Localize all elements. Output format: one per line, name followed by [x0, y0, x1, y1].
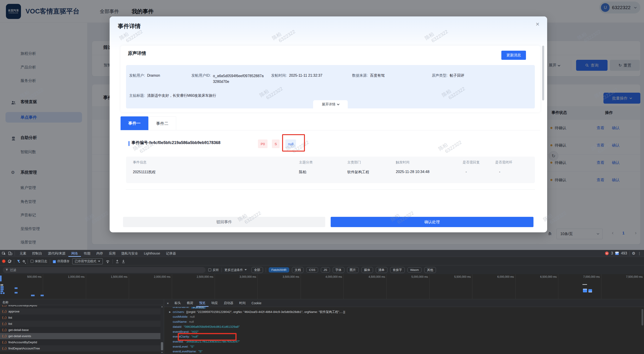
disclosure-triangle-icon[interactable]: ▶: [169, 309, 171, 314]
throttle-select[interactable]: 已停用节流模式: [72, 258, 103, 264]
devtools-tab-network[interactable]: 网络: [68, 250, 81, 257]
preview-tab-initiator[interactable]: 启动器: [221, 299, 236, 307]
request-row-selected[interactable]: {;}get-detail-events: [0, 333, 164, 339]
json-request-icon: {;}: [2, 328, 7, 332]
json-line[interactable]: custMobilenull: [169, 314, 644, 319]
network-conditions-icon[interactable]: [106, 260, 110, 263]
filter-chip-font[interactable]: 字体: [333, 267, 344, 273]
network-timeline[interactable]: 500,000 ms 1,000,000 ms 1,500,000 ms 2,0…: [0, 274, 644, 299]
request-row[interactable]: {;}findAccountByDeptId: [0, 339, 164, 345]
disable-cache-checkbox[interactable]: ✓停用缓存: [53, 259, 70, 263]
tick-label: 4,500,000 ms: [368, 275, 385, 278]
filter-chip-fetchxhr[interactable]: Fetch/XHR: [269, 267, 289, 273]
filter-funnel-icon[interactable]: [17, 260, 20, 263]
message-count-icon[interactable]: [615, 252, 619, 255]
json-request-icon: {;}: [2, 335, 7, 338]
filter-chip-img[interactable]: 图片: [347, 267, 359, 273]
json-line[interactable]: ▶ccUsers[{orgId: "2228959701591228042", …: [169, 309, 644, 314]
voice-detail-card: 原声详情 更新消息 发帖用户Dramon 发帖用户IDo_a6a5d0594f6…: [120, 46, 540, 112]
filter-chip-manifest[interactable]: 清单: [376, 267, 388, 273]
devtools-tab-sources[interactable]: 源代码/来源: [45, 250, 68, 257]
device-toolbar-icon[interactable]: [8, 251, 12, 255]
preview-tab-response[interactable]: 响应: [208, 299, 221, 307]
event-detail-modal: 事件详情 × 原声详情 更新消息 发帖用户Dramon 发帖用户IDo_a6a5…: [110, 17, 547, 232]
filter-chip-css[interactable]: CSS: [306, 267, 318, 273]
reject-button[interactable]: 驳回事件: [123, 217, 325, 227]
preserve-log-checkbox[interactable]: 保留日志: [30, 259, 47, 263]
divider: [14, 259, 14, 264]
preview-scrollbar-thumb[interactable]: [642, 309, 643, 325]
val-owner-dept: 软件架构工程: [347, 170, 369, 174]
devtools-tab-console[interactable]: 控制台: [29, 250, 45, 257]
export-har-icon[interactable]: [122, 260, 125, 263]
invert-checkbox[interactable]: 反转: [208, 268, 219, 272]
preview-tab-cookie[interactable]: Cookie: [248, 299, 264, 307]
json-line[interactable]: eventLevel"S": [169, 344, 644, 349]
field-data-source: 数据来源百度有驾: [352, 73, 384, 78]
import-har-icon[interactable]: [116, 260, 119, 263]
update-message-button[interactable]: 更新消息: [501, 51, 526, 60]
request-row[interactable]: {;}approve: [0, 308, 164, 314]
val-trigger-time: 2025-11-28 10:34:48: [396, 170, 429, 174]
confirm-button[interactable]: 确认处理: [331, 217, 534, 227]
json-line[interactable]: custNamenull: [169, 319, 644, 324]
clear-icon[interactable]: [8, 260, 11, 263]
val-need-reply: -: [466, 170, 467, 174]
filter-chip-wasm[interactable]: Wasm: [408, 267, 422, 273]
settings-gear-icon[interactable]: ⚙: [632, 251, 635, 256]
filter-chip-socket[interactable]: 套接字: [390, 267, 405, 273]
devtools-tab-performance[interactable]: 性能: [81, 250, 94, 257]
json-line[interactable]: eventId"344dcdc217f6123083c5178e7f053c47…: [169, 339, 644, 344]
devtools-tab-application[interactable]: 应用: [106, 250, 118, 257]
filter-chip-other[interactable]: 其他: [424, 267, 436, 273]
devtools-tab-lighthouse[interactable]: Lighthouse: [141, 250, 163, 257]
preview-tab-headers[interactable]: 标头: [172, 299, 184, 307]
divider: [28, 259, 28, 264]
filter-input[interactable]: 过滤: [3, 267, 206, 273]
tick-label: 1,000,000 ms: [68, 275, 84, 278]
more-menu-icon[interactable]: ⋮: [638, 251, 641, 256]
search-icon[interactable]: [23, 260, 25, 262]
json-line[interactable]: eventLevelName"S": [169, 349, 644, 354]
voice-heading: 原声详情: [128, 50, 146, 56]
timeline-handle[interactable]: [0, 275, 2, 281]
error-count-icon[interactable]: ✕: [605, 252, 609, 255]
filter-chip-doc[interactable]: 文档: [292, 267, 304, 273]
tab-event-one[interactable]: 事件一: [120, 116, 148, 130]
checkbox-checked-icon: ✓: [53, 260, 56, 263]
filter-placeholder: 过滤: [10, 268, 16, 272]
filter-chip-all[interactable]: 全部: [251, 267, 263, 273]
devtools-tab-memory[interactable]: 内存: [94, 250, 106, 257]
filter-chip-media[interactable]: 媒体: [362, 267, 373, 273]
filter-chip-js[interactable]: JS: [321, 267, 330, 273]
request-row[interactable]: {;}list: [0, 314, 164, 321]
annotation-null-badge: [282, 134, 305, 151]
close-icon[interactable]: ×: [536, 21, 540, 27]
preview-tab-timing[interactable]: 时间: [236, 299, 248, 307]
close-icon[interactable]: ×: [164, 299, 172, 307]
devtools-tab-privacy[interactable]: 隐私与安全: [118, 250, 141, 257]
request-row[interactable]: {;}list: [0, 321, 164, 327]
record-icon[interactable]: [2, 260, 5, 263]
json-line[interactable]: eventBrand"A02": [169, 329, 644, 334]
val-need-close: -: [499, 170, 500, 174]
request-row[interactable]: {;}get-detail-base: [0, 327, 164, 333]
more-filters-dropdown[interactable]: 更多过滤条件: [224, 268, 247, 272]
field-voice-type: 原声类型帖子回评: [432, 73, 464, 78]
expand-detail-button[interactable]: 展开详情: [313, 100, 348, 108]
json-line[interactable]: dataId"086386a6058d94f2b4c86141d61329a8": [169, 324, 644, 329]
request-list-header[interactable]: 名称: [0, 299, 164, 305]
request-list-scrollbar[interactable]: ▲▼: [160, 305, 164, 354]
tab-event-two[interactable]: 事件二: [148, 116, 176, 130]
json-line-event-clarity[interactable]: eventClarity"null": [169, 334, 644, 339]
inspect-icon[interactable]: [2, 251, 6, 255]
modal-scrollbar[interactable]: [542, 46, 544, 100]
field-post-user: 发帖用户Dramon: [129, 73, 160, 78]
scrollbar-thumb[interactable]: [161, 342, 163, 350]
request-row[interactable]: {;}findDepartAccountTree: [0, 345, 164, 351]
tick-label: 2,000,000 ms: [154, 275, 170, 278]
preview-tab-payload[interactable]: 载荷: [184, 299, 196, 307]
devtools-tab-recorder[interactable]: 记录器: [163, 250, 179, 257]
devtools-tab-elements[interactable]: 元素: [17, 250, 29, 257]
preview-tab-preview[interactable]: 预览: [196, 299, 208, 307]
